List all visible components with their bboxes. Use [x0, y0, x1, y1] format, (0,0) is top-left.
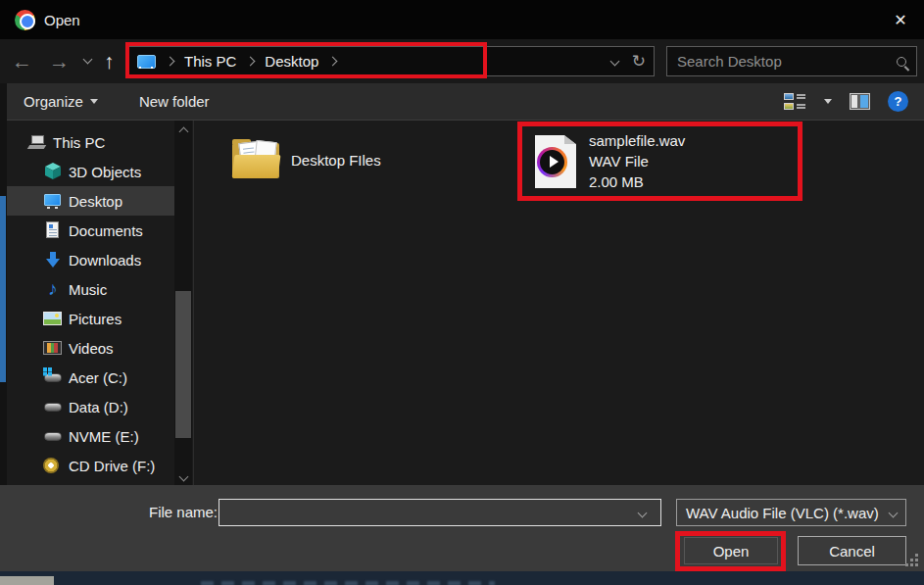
- search-box: [666, 46, 917, 76]
- view-options-dropdown-icon[interactable]: [824, 99, 832, 104]
- file-item-desktop-files[interactable]: Desktop FIles: [231, 128, 496, 191]
- windows-drive-icon: [43, 367, 63, 387]
- back-button[interactable]: ←: [12, 39, 32, 83]
- this-pc-icon: [137, 55, 156, 69]
- preview-pane-icon[interactable]: [850, 93, 870, 110]
- film-icon: [43, 341, 62, 355]
- scroll-down-icon[interactable]: [174, 467, 192, 483]
- address-bar[interactable]: This PC Desktop ↻: [128, 46, 655, 76]
- change-view-icon[interactable]: [784, 93, 806, 111]
- sidebar-item-cd-drive-f[interactable]: CD Drive (F:): [7, 451, 174, 480]
- wav-file-type: WAV File: [589, 154, 685, 170]
- up-button[interactable]: ↑: [104, 39, 115, 83]
- breadcrumb-separator-icon: [246, 57, 256, 67]
- background-window-fragment: [0, 576, 54, 585]
- title-bar: Open ✕: [0, 0, 924, 39]
- sidebar-item-nvme-e[interactable]: NVME (E:): [7, 421, 174, 451]
- scroll-up-icon[interactable]: [174, 122, 192, 138]
- cd-icon: [43, 458, 59, 473]
- navigation-bar: ← → ↑ This PC Desktop ↻: [0, 39, 924, 83]
- drive-icon: [43, 426, 63, 446]
- chevron-down-icon: [90, 99, 98, 104]
- forward-button[interactable]: →: [49, 39, 70, 83]
- dialog-content: This PC 3D Objects Desktop Documents: [0, 121, 924, 485]
- file-type-select[interactable]: WAV Audio File (VLC) (*.wav): [676, 499, 906, 526]
- new-folder-label: New folder: [139, 93, 210, 110]
- chevron-down-icon: [889, 508, 899, 517]
- sidebar-item-acer-c[interactable]: Acer (C:): [7, 363, 174, 392]
- resize-grip[interactable]: [915, 563, 918, 566]
- breadcrumb-separator-icon: [328, 57, 338, 67]
- window-title: Open: [44, 12, 80, 28]
- download-arrow-icon: [43, 250, 63, 269]
- sidebar-item-data-d[interactable]: Data (D:): [7, 392, 174, 421]
- monitor-icon: [43, 191, 63, 211]
- open-button[interactable]: Open: [684, 537, 778, 564]
- sidebar-item-documents[interactable]: Documents: [7, 216, 174, 245]
- sidebar-item-videos[interactable]: Videos: [7, 333, 174, 363]
- sidebar-item-desktop[interactable]: Desktop: [7, 186, 174, 216]
- file-item-samplefile-wav[interactable]: samplefile.wav WAV File 2.00 MB: [535, 130, 780, 193]
- open-file-dialog: Open ✕ ← → ↑ This PC Desktop ↻ Organ: [0, 0, 924, 585]
- command-toolbar: Organize New folder ?: [0, 83, 924, 121]
- address-dropdown-icon[interactable]: [609, 57, 619, 67]
- document-icon: [43, 220, 63, 240]
- sidebar-item-this-pc[interactable]: This PC: [7, 127, 174, 157]
- computer-icon: [27, 132, 47, 152]
- file-type-value: WAV Audio File (VLC) (*.wav): [686, 505, 879, 521]
- sidebar-item-music[interactable]: ♪ Music: [7, 274, 174, 304]
- folder-icon: [231, 137, 282, 182]
- background-window-blue-edge: [0, 196, 6, 382]
- cancel-button[interactable]: Cancel: [798, 536, 906, 565]
- folder-name: Desktop FIles: [291, 152, 381, 169]
- sidebar-item-pictures[interactable]: Pictures: [7, 304, 174, 333]
- search-icon: [897, 57, 906, 67]
- picture-icon: [43, 312, 62, 325]
- file-name-input[interactable]: [219, 499, 661, 526]
- new-folder-button[interactable]: New folder: [139, 93, 210, 110]
- wav-file-size: 2.00 MB: [589, 174, 685, 190]
- dialog-footer: File name: WAV Audio File (VLC) (*.wav) …: [0, 485, 924, 571]
- wav-file-name: samplefile.wav: [589, 133, 685, 149]
- background-window-strip: [0, 571, 924, 585]
- breadcrumb-desktop[interactable]: Desktop: [265, 53, 318, 70]
- close-button[interactable]: ✕: [877, 0, 924, 39]
- chrome-logo-icon: [15, 10, 35, 30]
- scrollbar-thumb[interactable]: [175, 291, 191, 438]
- help-button[interactable]: ?: [888, 91, 908, 112]
- pane-divider: [193, 121, 194, 485]
- drive-icon: [43, 397, 63, 416]
- organize-button[interactable]: Organize: [24, 93, 98, 110]
- breadcrumb-separator-icon: [166, 57, 175, 67]
- music-note-icon: ♪: [43, 279, 63, 299]
- sidebar-item-3d-objects[interactable]: 3D Objects: [7, 157, 174, 186]
- history-dropdown-icon[interactable]: [83, 55, 93, 65]
- refresh-button[interactable]: ↻: [632, 51, 646, 72]
- breadcrumb-this-pc[interactable]: This PC: [184, 53, 236, 70]
- wav-media-file-icon: [535, 135, 576, 188]
- sidebar-item-downloads[interactable]: Downloads: [7, 245, 174, 274]
- play-icon: [550, 156, 559, 168]
- search-input[interactable]: [677, 53, 897, 70]
- organize-label: Organize: [24, 93, 83, 110]
- cube-icon: [43, 162, 63, 181]
- sidebar-scrollbar[interactable]: [174, 121, 192, 485]
- navigation-sidebar: This PC 3D Objects Desktop Documents: [7, 127, 174, 480]
- background-window-clipped-text: [201, 581, 495, 585]
- file-name-label: File name:: [149, 499, 218, 526]
